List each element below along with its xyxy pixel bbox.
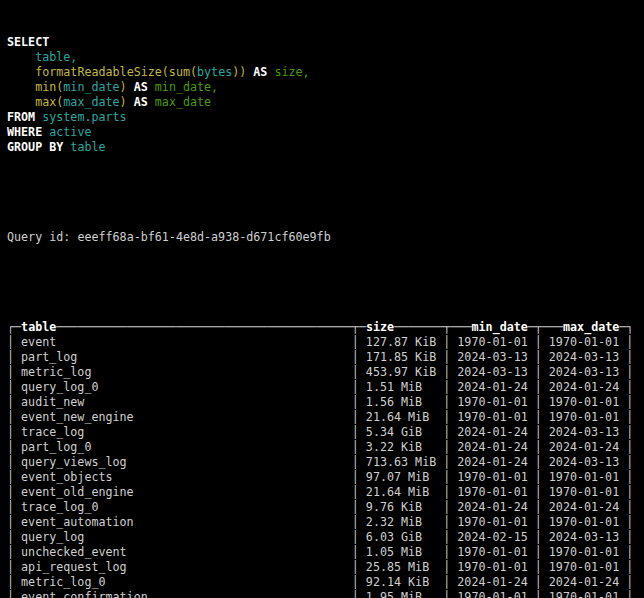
- column-header: min_date: [472, 320, 528, 334]
- column-header: table: [21, 320, 56, 334]
- table-row: │ trace_log_0 │ 9.76 KiB │ 2024-01-24 │ …: [7, 500, 644, 515]
- table-row: │ part_log │ 171.85 KiB │ 2024-03-13 │ 2…: [7, 350, 644, 365]
- table-row: │ event_objects │ 97.07 MiB │ 1970-01-01…: [7, 470, 644, 485]
- table-row: │ part_log_0 │ 3.22 KiB │ 2024-01-24 │ 2…: [7, 440, 644, 455]
- sql-token: formatReadableSize(: [35, 65, 169, 79]
- sql-token: ): [120, 80, 127, 94]
- table-row: │ query_log_0 │ 1.51 MiB │ 2024-01-24 │ …: [7, 380, 644, 395]
- column-header: max_date: [563, 320, 619, 334]
- sql-token: sum(: [169, 65, 197, 79]
- table-row: │ event_new_engine │ 21.64 MiB │ 1970-01…: [7, 410, 644, 425]
- sql-query: SELECT table, formatReadableSize(sum(byt…: [7, 35, 644, 155]
- sql-line: WHERE active: [7, 125, 644, 140]
- sql-token: table: [70, 140, 105, 154]
- sql-token: bytes: [197, 65, 232, 79]
- sql-line: GROUP BY table: [7, 140, 644, 155]
- sql-token: table,: [35, 50, 77, 64]
- sql-line: max(max_date) AS max_date: [7, 95, 644, 110]
- table-row: │ event_confirmation │ 1.95 MiB │ 1970-0…: [7, 590, 644, 598]
- terminal: SELECT table, formatReadableSize(sum(byt…: [0, 0, 644, 598]
- sql-token: WHERE: [7, 125, 42, 139]
- table-row: │ unchecked_event │ 1.05 MiB │ 1970-01-0…: [7, 545, 644, 560]
- sql-token: GROUP BY: [7, 140, 63, 154]
- sql-token: [148, 95, 155, 109]
- sql-token: FROM: [7, 110, 35, 124]
- table-row: │ metric_log │ 453.97 KiB │ 2024-03-13 │…: [7, 365, 644, 380]
- sql-token: ): [120, 95, 127, 109]
- sql-token: max_date: [155, 95, 211, 109]
- sql-token: )): [232, 65, 246, 79]
- table-header-row: ┌─table─────────────────────────────────…: [7, 320, 644, 335]
- sql-line: formatReadableSize(sum(bytes)) AS size,: [7, 65, 644, 80]
- blank-line: [7, 275, 644, 290]
- sql-token: [7, 80, 35, 94]
- sql-token: AS: [253, 65, 267, 79]
- sql-token: [7, 95, 35, 109]
- table-row: │ event_old_engine │ 21.64 MiB │ 1970-01…: [7, 485, 644, 500]
- sql-token: [127, 95, 134, 109]
- blank-line: [7, 185, 644, 200]
- table-row: │ metric_log_0 │ 92.14 KiB │ 2024-01-24 …: [7, 575, 644, 590]
- sql-line: FROM system.parts: [7, 110, 644, 125]
- sql-token: max(: [35, 95, 63, 109]
- sql-token: SELECT: [7, 35, 49, 49]
- sql-token: AS: [134, 80, 148, 94]
- table-row: │ event_automation │ 2.32 MiB │ 1970-01-…: [7, 515, 644, 530]
- sql-token: [148, 80, 155, 94]
- sql-token: min_date,: [155, 80, 218, 94]
- sql-token: size,: [274, 65, 309, 79]
- sql-token: [7, 65, 35, 79]
- result-table: ┌─table─────────────────────────────────…: [7, 320, 644, 598]
- table-row: │ event │ 127.87 KiB │ 1970-01-01 │ 1970…: [7, 335, 644, 350]
- sql-line: SELECT: [7, 35, 644, 50]
- table-row: │ api_request_log │ 25.85 MiB │ 1970-01-…: [7, 560, 644, 575]
- sql-line: table,: [7, 50, 644, 65]
- sql-token: system.parts: [42, 110, 126, 124]
- query-id-line: Query id: eeeff68a-bf61-4e8d-a938-d671cf…: [7, 230, 644, 245]
- table-row: │ audit_new │ 1.56 MiB │ 1970-01-01 │ 19…: [7, 395, 644, 410]
- column-header: size: [366, 320, 394, 334]
- sql-token: active: [49, 125, 91, 139]
- query-id-value: eeeff68a-bf61-4e8d-a938-d671cf60e9fb: [77, 230, 330, 244]
- sql-token: min(: [35, 80, 63, 94]
- sql-token: AS: [134, 95, 148, 109]
- sql-token: [127, 80, 134, 94]
- sql-line: min(min_date) AS min_date,: [7, 80, 644, 95]
- table-row: │ query_log │ 6.03 GiB │ 2024-02-15 │ 20…: [7, 530, 644, 545]
- sql-token: max_date: [63, 95, 119, 109]
- sql-token: [7, 50, 35, 64]
- query-id-label: Query id:: [7, 230, 77, 244]
- table-row: │ trace_log │ 5.34 GiB │ 2024-01-24 │ 20…: [7, 425, 644, 440]
- sql-token: min_date: [63, 80, 119, 94]
- table-row: │ query_views_log │ 713.63 MiB │ 2024-01…: [7, 455, 644, 470]
